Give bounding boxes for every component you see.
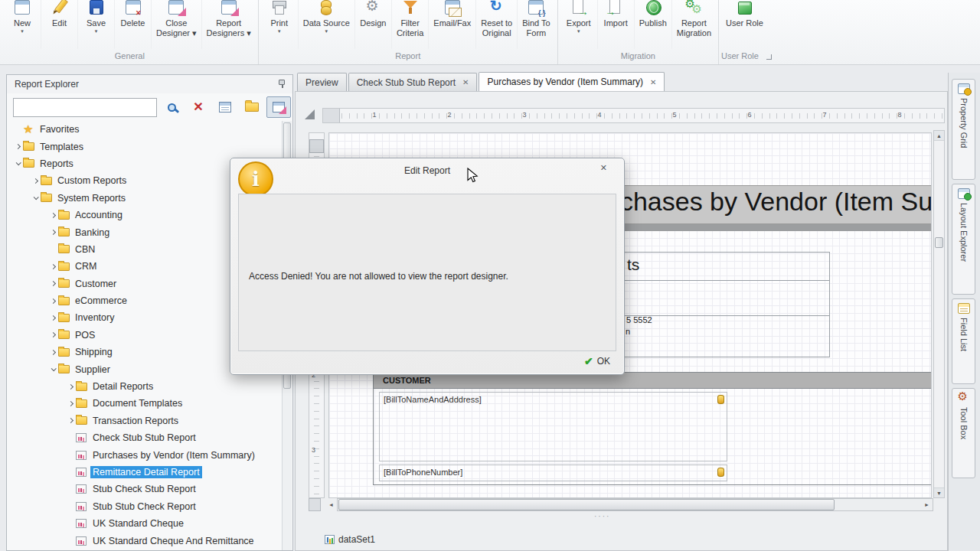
ribbon-button-report-migration[interactable]: ReportMigration: [671, 0, 716, 49]
expander-expanded-icon[interactable]: [34, 195, 39, 201]
pin-icon[interactable]: [279, 80, 285, 85]
expander-collapsed-icon[interactable]: [51, 315, 56, 321]
ribbon-group-migration: Export▾ImportPublishReportMigrationMigra…: [557, 0, 718, 64]
ribbon-button-import[interactable]: Import: [597, 0, 634, 49]
ribbon-button-close-designer[interactable]: CloseDesigner ▾: [151, 0, 201, 49]
ribbon-button-filter-criteria[interactable]: FilterCriteria: [391, 0, 428, 49]
report-designer-button[interactable]: [266, 96, 291, 118]
expander-collapsed-icon[interactable]: [15, 144, 21, 149]
tab-close-icon[interactable]: ✕: [650, 78, 656, 86]
tree-item-stub-check-stub-report[interactable]: Stub Check Stub Report: [7, 481, 282, 497]
open-folder-button[interactable]: [240, 96, 264, 118]
dock-tab-layout-explorer[interactable]: Layout Explorer: [952, 184, 975, 295]
tree-item-document-templates[interactable]: Document Templates: [7, 395, 282, 412]
explorer-search-input[interactable]: [13, 98, 157, 117]
folder-icon: [58, 314, 70, 322]
expander-collapsed-icon[interactable]: [68, 384, 74, 390]
tree-item-label: Stub Stub Check Report: [90, 500, 198, 513]
ribbon-button-save[interactable]: Save▾: [77, 0, 114, 49]
dialog-launcher-icon[interactable]: [766, 54, 772, 60]
dock-tab-label: Field List: [959, 318, 969, 351]
folder-icon: [23, 159, 34, 168]
tree-item-detail-reports[interactable]: Detail Reports: [7, 378, 282, 395]
resize-gripper-dots[interactable]: ····: [594, 512, 610, 520]
ribbon-button-publish[interactable]: Publish: [634, 0, 671, 49]
scroll-right-arrow[interactable]: ►: [922, 498, 932, 511]
customer-section: CUSTOMER [BillToNameAndAdddress] [BillTo…: [373, 372, 932, 485]
dock-tab-field-list[interactable]: Field List: [952, 298, 975, 384]
ribbon-button-delete[interactable]: Delete: [114, 0, 151, 49]
expander-expanded-icon[interactable]: [51, 366, 57, 371]
customer-band-header[interactable]: CUSTOMER: [374, 373, 932, 389]
vertical-scrollbar[interactable]: ▲ ▼: [933, 130, 945, 498]
tree-item-templates[interactable]: Templates: [7, 138, 282, 155]
ribbon-button-new[interactable]: New▾: [4, 0, 41, 49]
tree-item-label: Accounting: [73, 209, 125, 221]
band-marker[interactable]: [309, 139, 324, 153]
tree-item-uk-standard-cheque-and-remittance[interactable]: UK Standard Cheque And Remittance: [7, 532, 282, 549]
expander-collapsed-icon[interactable]: [51, 230, 56, 235]
vertical-scrollbar-thumb[interactable]: [935, 237, 943, 248]
ok-label: OK: [597, 356, 610, 367]
report-icon: [76, 519, 87, 528]
tree-item-uk-standard-cheque[interactable]: UK Standard Cheque: [7, 515, 282, 532]
dock-tab-label: Property Grid: [959, 98, 969, 148]
ribbon-button-reset-to-original[interactable]: Reset toOriginal: [475, 0, 517, 49]
tab-close-icon[interactable]: ✕: [462, 78, 469, 86]
ribbon-button-print[interactable]: Print▾: [261, 0, 298, 49]
tree-item-label: Detail Reports: [90, 380, 155, 393]
ruler-number: 7: [822, 111, 826, 119]
dock-tab-tool-box[interactable]: Tool Box: [952, 388, 975, 478]
tab-check-stub-stub-report[interactable]: Check Stub Stub Report✕: [348, 73, 478, 91]
bill-to-name-field[interactable]: [BillToNameAndAdddress]: [379, 392, 727, 461]
import-icon: [606, 0, 625, 17]
scroll-up-arrow[interactable]: ▲: [934, 131, 944, 141]
preview-button[interactable]: [213, 96, 237, 118]
expander-collapsed-icon[interactable]: [51, 298, 56, 304]
ribbon-button-bind-to-form[interactable]: Bind ToForm: [517, 0, 555, 49]
data-binding-icon: [717, 395, 724, 404]
ribbon-button-user-role[interactable]: User Role: [721, 0, 768, 49]
expander-collapsed-icon[interactable]: [51, 213, 56, 218]
clear-search-button[interactable]: ✕: [186, 96, 211, 118]
horizontal-scrollbar: ◄ ►: [296, 498, 949, 511]
expander-expanded-icon[interactable]: [16, 161, 21, 166]
tab-preview[interactable]: Preview: [297, 73, 347, 91]
property-grid-icon: [958, 83, 970, 94]
tree-item-transaction-reports[interactable]: Transaction Reports: [7, 412, 282, 429]
ribbon-button-export[interactable]: Export▾: [560, 0, 597, 49]
expander-collapsed-icon[interactable]: [51, 332, 56, 337]
band-splitter-box[interactable]: [309, 498, 321, 511]
expander-collapsed-icon[interactable]: [68, 418, 74, 423]
tab-purchases-by-vendor-item-summary[interactable]: Purchases by Vendor (Item Summary)✕: [479, 72, 665, 91]
report-designer-app: New▾EditSave▾DeleteCloseDesigner ▾Report…: [0, 0, 980, 551]
dialog-close-icon[interactable]: ✕: [600, 163, 607, 173]
expander-collapsed-icon[interactable]: [51, 281, 56, 286]
ribbon-button-data-source[interactable]: Data Source▾: [298, 0, 354, 49]
scroll-down-arrow[interactable]: ▼: [934, 487, 944, 497]
expander-collapsed-icon[interactable]: [33, 178, 38, 184]
ribbon-button-email-fax[interactable]: Email/Fax: [428, 0, 475, 49]
bill-to-phone-field[interactable]: [BillToPhoneNumber]: [379, 465, 727, 481]
search-button[interactable]: [159, 96, 184, 118]
dataset-label[interactable]: dataSet1: [338, 534, 375, 545]
ok-button[interactable]: ✔ OK: [584, 355, 610, 367]
expander-collapsed-icon[interactable]: [51, 264, 56, 269]
tree-item-check-stub-stub-report[interactable]: Check Stub Stub Report: [7, 429, 282, 446]
ribbon-button-edit[interactable]: Edit: [41, 0, 77, 49]
tree-item-purchases-by-vendor-item-summary[interactable]: Purchases by Vendor (Item Summary): [7, 446, 282, 463]
horizontal-scrollbar-thumb[interactable]: [338, 499, 835, 510]
tab-label: Preview: [305, 77, 338, 88]
scroll-left-arrow[interactable]: ◄: [326, 498, 336, 511]
ribbon-button-design[interactable]: Design: [354, 0, 391, 49]
expander-collapsed-icon[interactable]: [68, 401, 74, 406]
ribbon-button-report-designers[interactable]: ReportDesigners ▾: [201, 0, 256, 49]
tree-item-label: Shipping: [73, 346, 115, 358]
expander-collapsed-icon[interactable]: [51, 350, 56, 355]
tree-item-stub-stub-check-report[interactable]: Stub Stub Check Report: [7, 498, 282, 515]
tree-item-remittance-detail-report[interactable]: Remittance Detail Report: [7, 464, 282, 481]
report-title-text[interactable]: Purchases by Vendor (Item Summary): [580, 187, 932, 217]
folder-icon: [41, 194, 52, 202]
dock-tab-property-grid[interactable]: Property Grid: [952, 79, 975, 180]
tree-item-favorites[interactable]: ★Favorites: [7, 121, 282, 138]
